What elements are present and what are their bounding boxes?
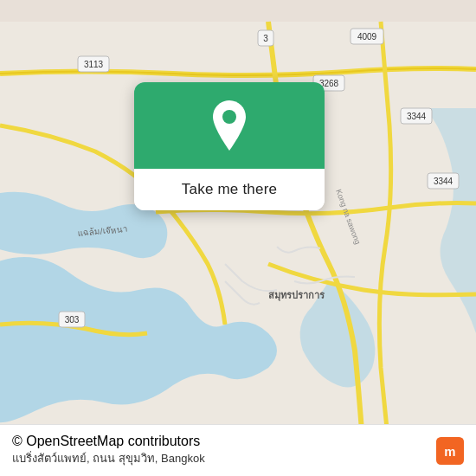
svg-text:3344: 3344 — [407, 112, 427, 121]
svg-text:สมุทรปราการ: สมุทรปราการ — [268, 290, 325, 301]
take-me-there-button[interactable]: Take me there — [134, 169, 325, 210]
copyright-text: © OpenStreetMap contributors — [12, 434, 205, 449]
svg-text:m: m — [444, 444, 455, 459]
svg-point-18 — [222, 110, 236, 124]
location-pin-icon — [209, 100, 250, 151]
svg-text:3: 3 — [263, 34, 268, 43]
location-name: แบริ่งสัตว์แพทย์, ถนน สุขุมวิท, Bangkok — [12, 449, 205, 467]
svg-text:3113: 3113 — [84, 60, 104, 69]
map-container: 4009 3113 3 3268 3344 3344 303 แฉล้ม/เจ๊… — [0, 0, 476, 476]
moovit-logo: m — [436, 437, 464, 465]
popup-icon-area — [134, 82, 325, 169]
map-background: 4009 3113 3 3268 3344 3344 303 แฉล้ม/เจ๊… — [0, 0, 476, 476]
svg-text:3344: 3344 — [434, 177, 453, 186]
popup-card: Take me there — [134, 82, 325, 210]
bottom-bar: © OpenStreetMap contributors แบริ่งสัตว์… — [0, 424, 476, 476]
svg-text:4009: 4009 — [357, 32, 377, 42]
svg-text:303: 303 — [65, 315, 80, 325]
location-info: © OpenStreetMap contributors แบริ่งสัตว์… — [12, 434, 205, 467]
moovit-icon: m — [436, 437, 464, 465]
